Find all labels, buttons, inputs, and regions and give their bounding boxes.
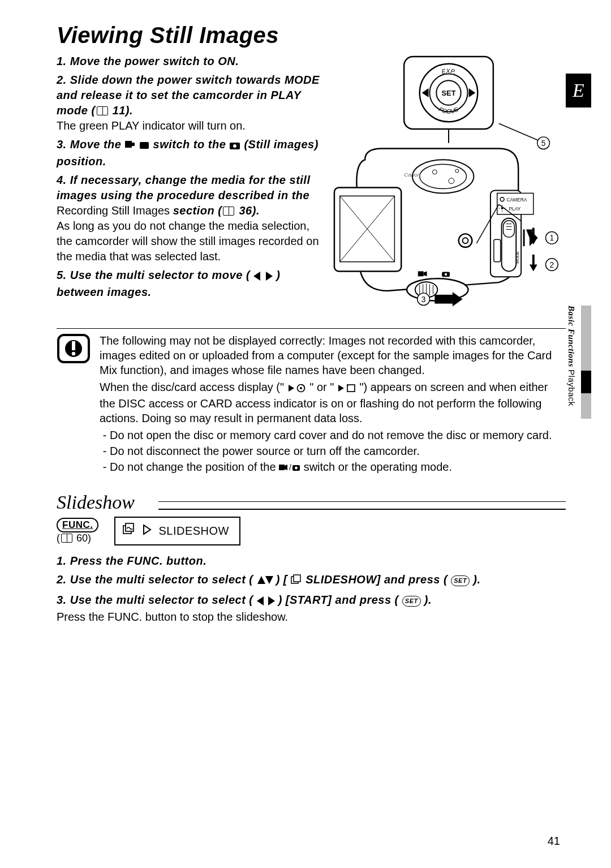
camera-icon [229,139,240,154]
svg-point-21 [420,164,467,188]
svg-text:/: / [289,463,291,472]
svg-text:CAMERA: CAMERA [507,197,527,203]
caution-p1: The following may not be displayed corre… [100,333,566,377]
caution-note: The following may not be displayed corre… [57,328,566,477]
left-right-icon [253,269,273,285]
step-5: 5. Use the multi selector to move ( ) be… [57,268,320,300]
side-section-label: Basic Functions [567,306,576,367]
svg-marker-6 [253,272,260,281]
step-3: 3. Move the switch to the (Still images)… [57,137,320,169]
heading-rule [158,501,566,510]
svg-marker-88 [285,465,287,470]
svg-point-31 [463,238,468,243]
step-2: 2. Slide down the power switch towards M… [57,72,320,134]
step-4: 4. If necessary, change the media for th… [57,173,320,264]
steps-column: 11. Move the power switch to ON. 2. Slid… [57,54,320,318]
svg-marker-99 [257,596,264,605]
book-icon [61,534,72,543]
play-card-icon [337,381,356,396]
svg-marker-94 [144,525,150,534]
slideshow-icon [122,523,136,539]
svg-point-80 [72,352,75,355]
page-number: 41 [548,835,560,848]
caution-p2: When the disc/card access display (" " o… [100,380,566,426]
book-icon [223,207,234,216]
svg-marker-95 [257,576,265,584]
svg-marker-81 [289,385,294,392]
slideshow-icon [291,574,302,589]
svg-rect-56 [418,271,424,276]
caution-li2: Do not disconnect the power source or tu… [110,444,566,458]
svg-rect-98 [294,575,300,582]
svg-rect-3 [140,142,149,149]
up-down-icon [257,574,273,589]
left-right-icon [257,594,275,609]
caution-li1: Do not open the disc or memory card cove… [110,428,566,442]
svg-marker-96 [265,576,273,584]
svg-rect-79 [72,341,75,350]
play-disc-icon [287,381,307,396]
section-tab: Basic Functions Playback [566,306,591,441]
svg-rect-85 [347,385,355,392]
svg-text:2: 2 [550,261,554,269]
slideshow-step-2: 2. Use the multi selector to select ( ) … [57,572,566,589]
svg-marker-84 [338,385,344,392]
slideshow-step-3: 3. Use the multi selector to select ( ) … [57,592,566,625]
svg-point-91 [295,467,298,470]
book-icon [97,106,108,115]
svg-point-83 [300,387,302,389]
set-label: SET [442,89,456,97]
svg-text:3: 3 [421,295,426,304]
set-pill: SET [402,596,421,607]
func-reference: FUNC. ( 60) [57,518,98,545]
caution-li3: Do not change the position of the / swit… [110,459,566,476]
caution-icon [57,333,91,364]
side-subsection-label: Playback [567,369,576,406]
svg-marker-86 [347,385,349,386]
slideshow-menu-box: SLIDESHOW [114,517,240,545]
movie-still-switch-icon [125,139,150,154]
svg-rect-87 [279,465,285,470]
movie-still-switch-icon: / [279,461,300,476]
camcorder-illustration: SET EXP. FOCUS 5 [332,54,566,316]
svg-line-19 [499,123,538,140]
svg-marker-7 [266,272,273,281]
svg-point-5 [233,144,236,148]
svg-text:MODE: MODE [515,251,520,264]
play-outline-icon [143,524,152,538]
svg-marker-100 [268,596,275,605]
svg-text:PLAY: PLAY [509,206,520,212]
language-tab: E [566,74,591,108]
svg-rect-1 [132,143,135,146]
svg-rect-73 [434,295,453,304]
slideshow-heading: Slideshow [57,492,566,513]
svg-text:1: 1 [550,234,554,242]
svg-text:Canon: Canon [404,171,421,178]
set-pill: SET [451,575,470,586]
func-pill: FUNC. [57,518,98,532]
svg-marker-70 [530,265,537,272]
page-title: Viewing Still Images [57,23,566,48]
slideshow-step-1: 1. Press the FUNC. button. [57,553,566,569]
svg-rect-48 [494,239,501,261]
svg-rect-0 [125,141,132,148]
svg-rect-43 [504,221,515,238]
step-1: 11. Move the power switch to ON. [57,54,320,69]
svg-text:5: 5 [541,139,546,148]
svg-point-59 [445,273,447,276]
